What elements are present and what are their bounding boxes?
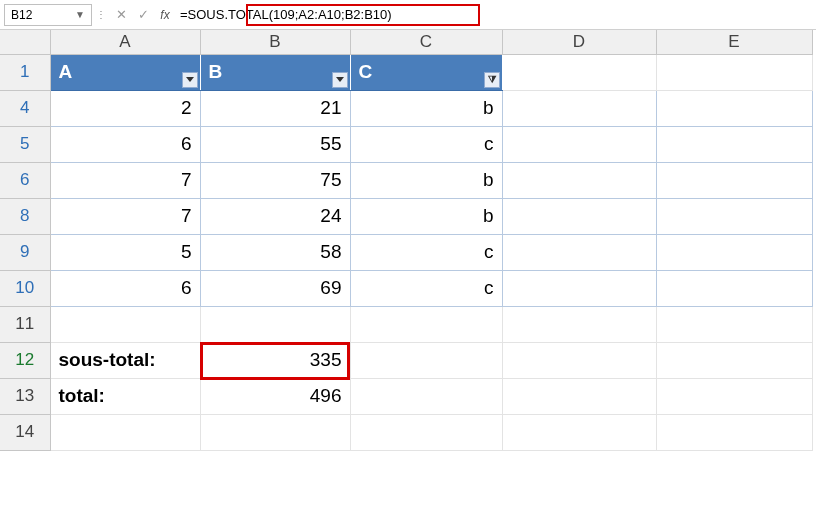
empty-cell[interactable]	[502, 126, 656, 162]
empty-cell[interactable]	[502, 378, 656, 414]
empty-cell[interactable]	[502, 90, 656, 126]
fx-icon[interactable]: fx	[154, 8, 176, 22]
table-header-cell[interactable]: A	[50, 54, 200, 90]
col-header-E[interactable]: E	[656, 30, 812, 54]
formula-text: =SOUS.TOTAL(109;A2:A10;B2:B10)	[180, 7, 392, 22]
formula-bar: B12 ▼ ⋮ ✕ ✓ fx =SOUS.TOTAL(109;A2:A10;B2…	[0, 0, 816, 30]
data-cell[interactable]: 75	[200, 162, 350, 198]
row-header[interactable]: 10	[0, 270, 50, 306]
empty-cell[interactable]	[502, 306, 656, 342]
header-label: C	[359, 61, 373, 82]
table-row: 4 2 21 b	[0, 90, 812, 126]
col-header-A[interactable]: A	[50, 30, 200, 54]
total-row: 13 total: 496	[0, 378, 812, 414]
cancel-icon[interactable]: ✕	[110, 7, 132, 22]
table-header-row: 1 A B C ⧩	[0, 54, 812, 90]
data-cell[interactable]: 55	[200, 126, 350, 162]
empty-cell[interactable]	[656, 306, 812, 342]
empty-row: 11	[0, 306, 812, 342]
empty-cell[interactable]	[502, 198, 656, 234]
row-header[interactable]: 1	[0, 54, 50, 90]
data-cell[interactable]: 7	[50, 198, 200, 234]
row-header[interactable]: 8	[0, 198, 50, 234]
empty-cell[interactable]	[656, 126, 812, 162]
cell-reference: B12	[11, 8, 32, 22]
data-cell[interactable]: c	[350, 234, 502, 270]
empty-cell[interactable]	[502, 162, 656, 198]
name-box-dropdown-icon[interactable]: ▼	[75, 9, 85, 20]
filter-button-C-active[interactable]: ⧩	[484, 72, 500, 88]
row-header[interactable]: 4	[0, 90, 50, 126]
empty-cell[interactable]	[502, 234, 656, 270]
data-cell[interactable]: 69	[200, 270, 350, 306]
row-header[interactable]: 5	[0, 126, 50, 162]
empty-cell[interactable]	[656, 378, 812, 414]
data-cell[interactable]: 6	[50, 126, 200, 162]
col-header-D[interactable]: D	[502, 30, 656, 54]
subtotal-value-cell[interactable]: 335	[200, 342, 350, 378]
empty-cell[interactable]	[656, 234, 812, 270]
empty-cell[interactable]	[656, 90, 812, 126]
row-header[interactable]: 6	[0, 162, 50, 198]
empty-cell[interactable]	[656, 414, 812, 450]
row-header[interactable]: 12	[0, 342, 50, 378]
row-header[interactable]: 9	[0, 234, 50, 270]
row-header[interactable]: 11	[0, 306, 50, 342]
data-cell[interactable]: 6	[50, 270, 200, 306]
empty-row: 14	[0, 414, 812, 450]
table-row: 8 7 24 b	[0, 198, 812, 234]
empty-cell[interactable]	[502, 414, 656, 450]
data-cell[interactable]: 24	[200, 198, 350, 234]
empty-cell[interactable]	[50, 306, 200, 342]
empty-cell[interactable]	[350, 414, 502, 450]
table-row: 9 5 58 c	[0, 234, 812, 270]
data-cell[interactable]: b	[350, 90, 502, 126]
empty-cell[interactable]	[50, 414, 200, 450]
filter-button-A[interactable]	[182, 72, 198, 88]
table-row: 10 6 69 c	[0, 270, 812, 306]
filter-button-B[interactable]	[332, 72, 348, 88]
empty-cell[interactable]	[656, 198, 812, 234]
label-cell[interactable]: sous-total:	[50, 342, 200, 378]
empty-cell[interactable]	[656, 270, 812, 306]
label-cell[interactable]: total:	[50, 378, 200, 414]
empty-cell[interactable]	[656, 54, 812, 90]
data-cell[interactable]: b	[350, 198, 502, 234]
col-header-C[interactable]: C	[350, 30, 502, 54]
empty-cell[interactable]	[200, 414, 350, 450]
table-header-cell[interactable]: B	[200, 54, 350, 90]
empty-cell[interactable]	[200, 306, 350, 342]
data-cell[interactable]: 21	[200, 90, 350, 126]
row-header[interactable]: 13	[0, 378, 50, 414]
name-box[interactable]: B12 ▼	[4, 4, 92, 26]
column-header-row: A B C D E	[0, 30, 812, 54]
data-cell[interactable]: 2	[50, 90, 200, 126]
empty-cell[interactable]	[350, 306, 502, 342]
select-all-corner[interactable]	[0, 30, 50, 54]
subtotal-row: 12 sous-total: 335	[0, 342, 812, 378]
data-cell[interactable]: 5	[50, 234, 200, 270]
empty-cell[interactable]	[502, 54, 656, 90]
empty-cell[interactable]	[502, 270, 656, 306]
formula-input[interactable]: =SOUS.TOTAL(109;A2:A10;B2:B10)	[176, 4, 812, 26]
row-header[interactable]: 14	[0, 414, 50, 450]
data-cell[interactable]: c	[350, 270, 502, 306]
table-header-cell[interactable]: C ⧩	[350, 54, 502, 90]
empty-cell[interactable]	[656, 162, 812, 198]
separator: ⋮	[92, 9, 110, 20]
data-cell[interactable]: 58	[200, 234, 350, 270]
empty-cell[interactable]	[350, 342, 502, 378]
data-cell[interactable]: c	[350, 126, 502, 162]
data-cell[interactable]: b	[350, 162, 502, 198]
total-value-cell[interactable]: 496	[200, 378, 350, 414]
empty-cell[interactable]	[656, 342, 812, 378]
header-label: A	[59, 61, 73, 82]
empty-cell[interactable]	[350, 378, 502, 414]
data-cell[interactable]: 7	[50, 162, 200, 198]
table-row: 5 6 55 c	[0, 126, 812, 162]
header-label: B	[209, 61, 223, 82]
col-header-B[interactable]: B	[200, 30, 350, 54]
confirm-icon[interactable]: ✓	[132, 7, 154, 22]
spreadsheet-grid[interactable]: A B C D E 1 A B C ⧩ 4 2 21 b 5 6 55 c	[0, 30, 816, 451]
empty-cell[interactable]	[502, 342, 656, 378]
